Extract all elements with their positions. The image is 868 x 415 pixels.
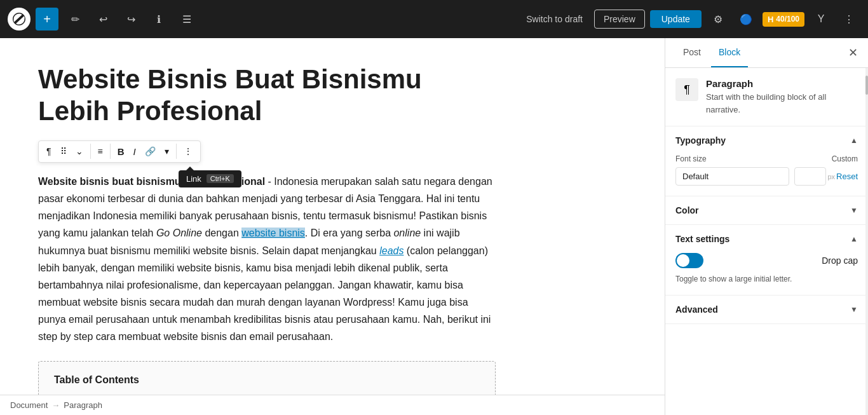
document-label[interactable]: Document [10, 400, 48, 410]
undo-button[interactable]: ↩ [92, 8, 114, 31]
right-panel: Post Block ✕ ¶ Paragraph Start with the … [665, 38, 868, 415]
block-info: ¶ Paragraph Start with the building bloc… [665, 68, 868, 126]
drag-handle-button[interactable]: ⠿ [57, 144, 71, 159]
more-options-button[interactable]: ⋮ [837, 8, 860, 31]
status-bar: Document → Paragraph [0, 395, 665, 415]
paragraph-type-button[interactable]: ¶ [43, 144, 55, 159]
custom-px-input[interactable] [794, 167, 826, 186]
block-description: Start with the building block of all nar… [706, 91, 858, 116]
typography-title: Typography [675, 135, 726, 146]
switch-draft-button[interactable]: Switch to draft [520, 10, 589, 28]
breadcrumb-separator: → [51, 400, 60, 410]
move-down-button[interactable]: ⌄ [72, 144, 87, 159]
reset-button[interactable]: Reset [836, 172, 858, 181]
drop-cap-row: Drop cap [675, 253, 858, 268]
block-tab[interactable]: Block [711, 38, 748, 67]
leads-text: leads [379, 245, 403, 256]
font-size-select[interactable]: Default [675, 167, 789, 186]
wordpress-logo[interactable] [8, 8, 31, 31]
font-size-label: Font size [675, 154, 789, 163]
scroll-thumb [865, 76, 868, 95]
toolbar-divider-3 [176, 144, 177, 159]
top-bar: + ✏ ↩ ↪ ℹ ☰ Switch to draft Preview Upda… [0, 0, 868, 38]
color-title: Color [675, 205, 699, 215]
redo-button[interactable]: ↪ [119, 8, 142, 31]
go-online-text: Go Online [156, 228, 202, 238]
font-size-select-wrap: Default [675, 167, 789, 186]
add-block-button[interactable]: + [36, 8, 58, 31]
link-button[interactable]: 🔗 [141, 144, 159, 159]
text-settings-title: Text settings [675, 234, 729, 244]
advanced-section-header[interactable]: Advanced [665, 296, 868, 323]
toolbar-divider-2 [110, 144, 111, 159]
preview-button[interactable]: Preview [594, 10, 645, 29]
content-paragraph[interactable]: Website bisnis buat bisnismu lebih profe… [38, 173, 496, 346]
panel-tabs: Post Block ✕ [665, 38, 868, 68]
drop-cap-description: Toggle to show a large initial letter. [675, 273, 858, 285]
text-settings-content: Drop cap Toggle to show a large initial … [665, 253, 868, 295]
post-tab[interactable]: Post [675, 38, 709, 67]
plugin-button[interactable]: 🔵 [735, 8, 757, 31]
typography-chevron [850, 136, 858, 145]
link-tooltip: Link Ctrl+K [179, 170, 241, 187]
typography-content: Font size Default Custom px Reset [665, 154, 868, 196]
dengan-text: dengan [202, 228, 241, 238]
edit-tool-button[interactable]: ✏ [64, 8, 86, 31]
more-button[interactable]: ⋮ [180, 144, 196, 159]
panel-close-button[interactable]: ✕ [848, 46, 858, 60]
toolbar-divider-1 [90, 144, 91, 159]
text-settings-section: Text settings Drop cap Toggle to show a … [665, 225, 868, 296]
update-button[interactable]: Update [650, 10, 702, 28]
settings-button[interactable]: ⚙ [707, 8, 729, 31]
advanced-title: Advanced [675, 304, 718, 315]
text-settings-header[interactable]: Text settings [665, 225, 868, 253]
custom-label: Custom [794, 154, 858, 163]
align-button[interactable]: ≡ [94, 144, 107, 159]
post-title[interactable]: Website Bisnis Buat Bisnismu Lebih Profe… [38, 64, 496, 128]
color-chevron [850, 206, 858, 215]
leads-link[interactable]: leads [379, 245, 403, 256]
advanced-chevron [850, 305, 858, 314]
list-view-button[interactable]: ☰ [175, 8, 198, 31]
format-toolbar: ¶ ⠿ ⌄ ≡ B I 🔗 ▾ ⋮ Link Ctrl+K [38, 140, 201, 163]
main-layout: Website Bisnis Buat Bisnismu Lebih Profe… [0, 38, 868, 415]
advanced-section: Advanced [665, 296, 868, 324]
website-bisnis-link[interactable]: website bisnis [241, 228, 305, 238]
typography-section-header[interactable]: Typography [665, 126, 868, 154]
drop-cap-label: Drop cap [822, 255, 858, 266]
toc-title: Table of Contents [54, 374, 480, 386]
yoast-score-badge[interactable]: H 40/100 [763, 12, 804, 27]
paragraph-label[interactable]: Paragraph [64, 400, 102, 410]
info-button[interactable]: ℹ [147, 8, 170, 31]
italic-button[interactable]: I [130, 144, 140, 160]
color-section-header[interactable]: Color [665, 196, 868, 224]
link-tooltip-text: Link [186, 174, 201, 184]
editor-area: Website Bisnis Buat Bisnismu Lebih Profe… [0, 38, 665, 415]
color-section: Color [665, 196, 868, 225]
typography-section: Typography Font size Default Custom [665, 126, 868, 196]
drop-cap-toggle[interactable] [675, 253, 703, 268]
px-unit: px [827, 173, 835, 180]
after-leads-text: (calon pelanggan) lebih banyak, dengan m… [38, 245, 491, 343]
scroll-indicator [865, 38, 868, 415]
text-settings-chevron [850, 235, 858, 243]
yoast-icon[interactable]: Y [810, 8, 832, 31]
bold-button[interactable]: B [114, 144, 128, 160]
block-icon: ¶ [675, 78, 698, 101]
online-text: online [393, 228, 421, 238]
block-name: Paragraph [706, 78, 858, 89]
dropdown-button[interactable]: ▾ [161, 144, 173, 159]
after-link-text: . Di era yang serba [305, 228, 394, 238]
block-details: Paragraph Start with the building block … [706, 78, 858, 116]
keyboard-shortcut: Ctrl+K [207, 174, 234, 183]
